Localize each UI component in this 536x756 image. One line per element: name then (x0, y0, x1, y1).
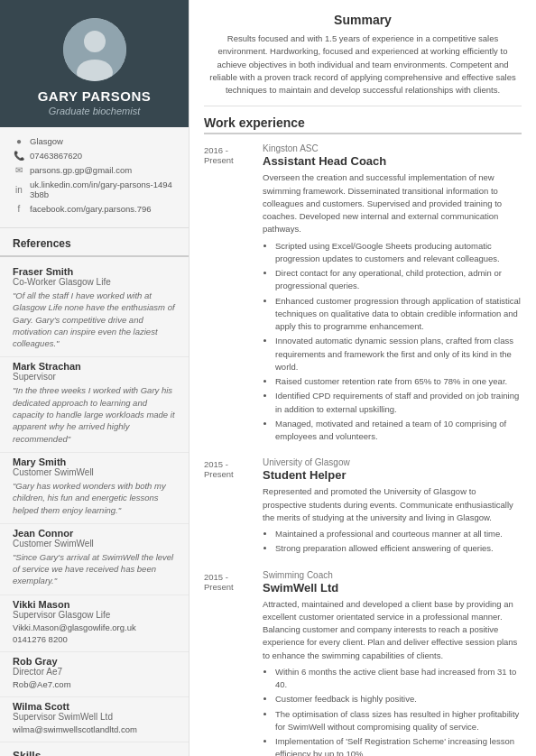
work-experience-heading: Work experience (204, 115, 522, 134)
list-item: Rob Gray Director Ae7 Rob@Ae7.com (0, 652, 189, 697)
contact-section: ● Glasgow 📞 07463867620 ✉ parsons.gp.gp@… (0, 127, 189, 228)
list-item: Raised customer retention rate from 65% … (275, 375, 522, 388)
contact-email: ✉ parsons.gp.gp@gmail.com (13, 165, 176, 175)
job-title: Student Helper (263, 468, 522, 482)
ref-role: Co-Worker Glasgow Life (13, 277, 176, 287)
job-bullets: Within 6 months the active client base h… (263, 666, 522, 756)
avatar (63, 18, 126, 81)
list-item: Maintained a professional and courteous … (275, 528, 522, 540)
person-title: Graduate biochemist (49, 106, 141, 116)
ref-role: Supervisor (13, 372, 176, 382)
summary-text: Results focused and with 1.5 years of ex… (204, 32, 522, 97)
references-heading: References (0, 228, 189, 257)
ref-contact: wilma@swimwellscotlandltd.com (13, 724, 176, 734)
job-title: Assistant Head Coach (263, 154, 522, 168)
ref-name: Jean Connor (13, 528, 176, 539)
list-item: Fraser Smith Co-Worker Glasgow Life "Of … (0, 263, 189, 357)
facebook-icon: f (13, 204, 25, 214)
list-item: Strong preparation allowed efficient ans… (275, 542, 522, 555)
ref-quote: "In the three weeks I worked with Gary h… (13, 384, 176, 444)
ref-contact: Rob@Ae7.com (13, 679, 176, 689)
job-content: Kingston ASC Assistant Head Coach Overse… (263, 143, 522, 445)
ref-name: Wilma Scott (13, 701, 176, 712)
ref-role: Supervisor SwimWell Ltd (13, 712, 176, 722)
list-item: Direct contact for any operational, chil… (275, 267, 522, 293)
job-company: Swimming Coach (263, 570, 522, 580)
job-desc: Attracted, maintained and developed a cl… (263, 598, 522, 662)
list-item: Vikki Mason Supervisor Glasgow Life Vikk… (0, 595, 189, 652)
main-content: Summary Results focused and with 1.5 yea… (189, 0, 536, 756)
job-title: SwimWell Ltd (263, 581, 522, 595)
job-item: 2015 -Present University of Glasgow Stud… (204, 457, 522, 557)
job-desc: Represented and promoted the University … (263, 485, 522, 524)
summary-title: Summary (204, 13, 522, 27)
ref-name: Mary Smith (13, 456, 176, 467)
job-item: 2016 -Present Kingston ASC Assistant Hea… (204, 143, 522, 445)
ref-name: Vikki Mason (13, 599, 176, 610)
list-item: Mark Strachan Supervisor "In the three w… (0, 357, 189, 452)
list-item: Implementation of 'Self Registration Sch… (275, 735, 522, 756)
ref-role: Customer SwimWell (13, 467, 176, 477)
contact-linkedin: in uk.linkedin.com/in/gary-parsons-14943… (13, 180, 176, 199)
job-content: Swimming Coach SwimWell Ltd Attracted, m… (263, 570, 522, 757)
list-item: Within 6 months the active client base h… (275, 666, 522, 692)
ref-quote: "Of all the staff I have worked with at … (13, 290, 176, 349)
job-desc: Overseen the creation and successful imp… (263, 171, 522, 235)
location-icon: ● (13, 136, 25, 146)
job-content: University of Glasgow Student Helper Rep… (263, 457, 522, 557)
job-date: 2015 -Present (204, 457, 263, 557)
ref-name: Mark Strachan (13, 361, 176, 372)
phone-icon: 📞 (13, 151, 25, 161)
list-item: Mary Smith Customer SwimWell "Gary has w… (0, 453, 189, 524)
contact-phone: 📞 07463867620 (13, 151, 176, 161)
person-name: GARY PARSONS (38, 88, 152, 104)
job-company: Kingston ASC (263, 143, 522, 153)
list-item: Managed, motivated and retained a team o… (275, 418, 522, 444)
list-item: Jean Connor Customer SwimWell "Since Gar… (0, 524, 189, 595)
list-item: Enhanced customer progression through ap… (275, 295, 522, 334)
ref-role: Customer SwimWell (13, 539, 176, 549)
ref-contact: Vikki.Mason@glasgowlife.org.uk (13, 622, 176, 632)
summary-section: Summary Results focused and with 1.5 yea… (204, 0, 522, 106)
job-item: 2015 -Present Swimming Coach SwimWell Lt… (204, 570, 522, 757)
svg-point-1 (84, 31, 106, 52)
list-item: Innovated automatic dynamic session plan… (275, 335, 522, 373)
email-icon: ✉ (13, 165, 25, 175)
ref-quote: "Since Gary's arrival at SwimWell the le… (13, 551, 176, 587)
job-bullets: Maintained a professional and courteous … (263, 528, 522, 556)
job-bullets: Scripted using Excel/Google Sheets produ… (263, 240, 522, 444)
list-item: Identified CPD requirements of staff and… (275, 390, 522, 416)
ref-role: Supervisor Glasgow Life (13, 610, 176, 620)
skills-heading: Skills (13, 750, 176, 756)
ref-quote: "Gary has worked wonders with both my ch… (13, 480, 176, 516)
contact-location: ● Glasgow (13, 136, 176, 146)
ref-contact: 0141276 8200 (13, 634, 176, 644)
contact-facebook: f facebook.com/gary.parsons.796 (13, 204, 176, 214)
ref-name: Fraser Smith (13, 266, 176, 277)
sidebar-header: GARY PARSONS Graduate biochemist (0, 0, 189, 127)
list-item: Wilma Scott Supervisor SwimWell Ltd wilm… (0, 697, 189, 742)
references-list: Fraser Smith Co-Worker Glasgow Life "Of … (0, 263, 189, 742)
job-date: 2016 -Present (204, 143, 263, 445)
sidebar: GARY PARSONS Graduate biochemist ● Glasg… (0, 0, 189, 756)
list-item: Customer feedback is highly positive. (275, 693, 522, 705)
linkedin-icon: in (13, 185, 25, 195)
list-item: Scripted using Excel/Google Sheets produ… (275, 240, 522, 266)
ref-role: Director Ae7 (13, 667, 176, 677)
list-item: The optimisation of class sizes has resu… (275, 708, 522, 734)
job-company: University of Glasgow (263, 457, 522, 467)
ref-name: Rob Gray (13, 656, 176, 667)
job-date: 2015 -Present (204, 570, 263, 757)
